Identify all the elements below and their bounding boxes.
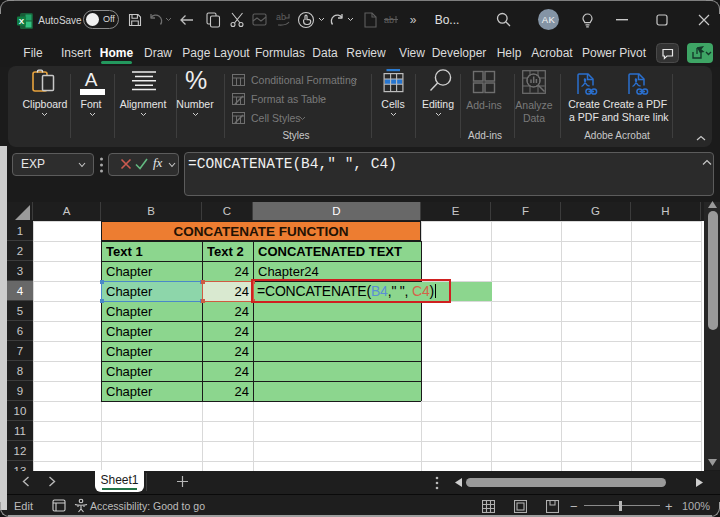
svg-text:X: X (19, 17, 25, 26)
svg-text:ab: ab (276, 12, 286, 22)
svg-text:A: A (85, 69, 98, 90)
